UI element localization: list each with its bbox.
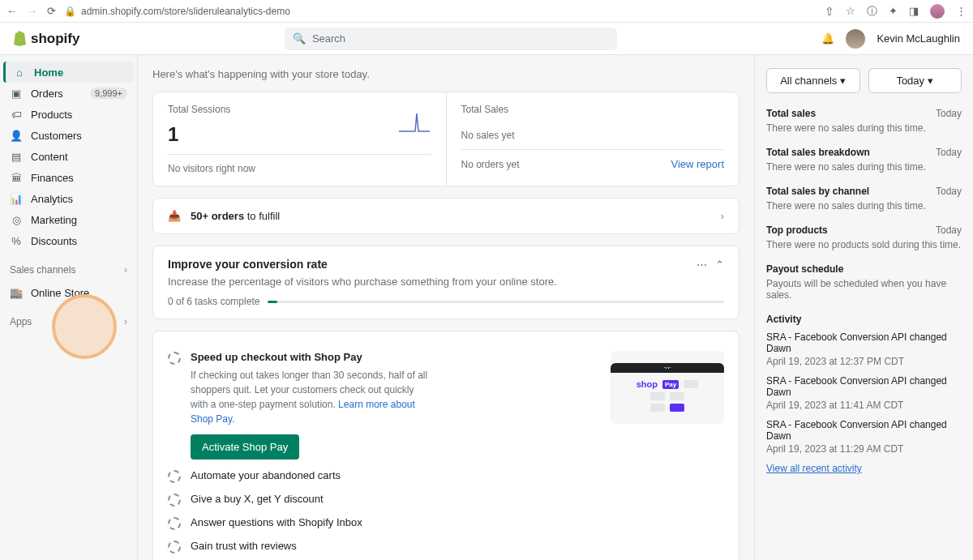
more-icon[interactable]: ⋯ bbox=[697, 259, 707, 271]
activity-item: SRA - Facebook Conversion API changed Da… bbox=[766, 375, 962, 411]
progress-bar bbox=[268, 301, 724, 303]
main-content: Here's what's happening with your store … bbox=[138, 55, 754, 560]
orders-icon: ▣ bbox=[10, 87, 23, 100]
task-checkbox[interactable] bbox=[168, 517, 181, 530]
sidebar-item-customers[interactable]: 👤Customers bbox=[0, 125, 137, 146]
improve-desc: Increase the percentage of visitors who … bbox=[168, 276, 724, 288]
right-panel: All channels ▾ Today ▾ Total salesTodayT… bbox=[754, 55, 973, 560]
sidebar-item-analytics[interactable]: 📊Analytics bbox=[0, 188, 137, 209]
rp-breakdown: Total sales breakdownTodayThere were no … bbox=[766, 147, 962, 173]
improve-card: Improve your conversion rate ⋯ ⌃ Increas… bbox=[152, 246, 739, 319]
sidebar-section-sales[interactable]: Sales channels› bbox=[0, 258, 137, 282]
search-icon: 🔍 bbox=[293, 32, 306, 45]
activity-item: SRA - Facebook Conversion API changed Da… bbox=[766, 419, 962, 455]
chart-icon: 📊 bbox=[10, 192, 23, 205]
progress-text: 0 of 6 tasks complete bbox=[168, 296, 259, 307]
back-icon[interactable]: ← bbox=[6, 5, 17, 17]
star-icon[interactable]: ☆ bbox=[846, 5, 855, 17]
app-top-bar: shopify 🔍 Search 🔔 Kevin McLaughlin bbox=[0, 23, 973, 55]
task-checkbox[interactable] bbox=[168, 470, 181, 483]
kebab-icon[interactable]: ⋮ bbox=[956, 5, 967, 17]
target-icon: ◎ bbox=[10, 213, 23, 226]
task-checkbox[interactable] bbox=[168, 541, 181, 554]
sidebar-item-marketing[interactable]: ◎Marketing bbox=[0, 209, 137, 230]
lock-icon: 🔒 bbox=[64, 6, 76, 17]
discount-icon: % bbox=[10, 234, 23, 247]
task-checkbox[interactable] bbox=[168, 494, 181, 507]
forward-icon[interactable]: → bbox=[27, 5, 37, 17]
caret-down-icon: ▾ bbox=[840, 75, 846, 87]
sidebar-item-discounts[interactable]: %Discounts bbox=[0, 230, 137, 251]
user-name[interactable]: Kevin McLaughlin bbox=[877, 32, 960, 45]
shop-pay-illustration: 〰 shopPay bbox=[611, 351, 724, 424]
orders-badge: 9,999+ bbox=[90, 88, 127, 99]
sessions-value: 1 bbox=[168, 123, 431, 146]
greeting-text: Here's what's happening with your store … bbox=[152, 68, 739, 80]
sessions-sparkline bbox=[397, 109, 431, 135]
chevron-right-icon: › bbox=[124, 264, 127, 276]
sidebar: ⌂Home ▣Orders9,999+ 🏷Products 👤Customers… bbox=[0, 55, 138, 560]
sidebar-item-online-store[interactable]: 🏬Online Store bbox=[0, 282, 137, 303]
task-row[interactable]: Answer questions with Shopify Inbox bbox=[168, 511, 724, 535]
share-icon[interactable]: ⇧ bbox=[825, 5, 834, 18]
rp-activity: Activity SRA - Facebook Conversion API c… bbox=[766, 314, 962, 474]
view-report-link[interactable]: View report bbox=[671, 158, 724, 170]
task-checkbox[interactable] bbox=[168, 352, 181, 365]
content-icon: ▤ bbox=[10, 150, 23, 163]
caret-down-icon: ▾ bbox=[928, 75, 933, 87]
stats-card: Total Sessions 1 No visitors right now T… bbox=[152, 92, 739, 186]
chevron-right-icon: › bbox=[124, 316, 127, 327]
info-icon[interactable]: ⓘ bbox=[867, 4, 877, 19]
rp-top-products: Top productsTodayThere were no products … bbox=[766, 224, 962, 250]
shopify-logo[interactable]: shopify bbox=[13, 31, 79, 47]
task-row[interactable]: Automate your abandoned carts bbox=[168, 464, 724, 488]
chevron-up-icon[interactable]: ⌃ bbox=[715, 259, 724, 271]
date-filter[interactable]: Today ▾ bbox=[868, 68, 962, 93]
person-icon: 👤 bbox=[10, 129, 23, 142]
sidebar-item-products[interactable]: 🏷Products bbox=[0, 104, 137, 125]
rp-total-sales: Total salesTodayThere were no sales duri… bbox=[766, 108, 962, 134]
browser-chrome-bar: ← → ⟳ 🔒 admin.shopify.com/store/sliderul… bbox=[0, 0, 973, 23]
store-icon: 🏬 bbox=[10, 286, 23, 299]
panel-icon[interactable]: ◨ bbox=[909, 5, 919, 17]
task-desc: If checking out takes longer than 30 sec… bbox=[191, 368, 434, 426]
extension-icon[interactable]: ✦ bbox=[889, 5, 898, 17]
sidebar-item-home[interactable]: ⌂Home bbox=[3, 62, 134, 83]
channels-filter[interactable]: All channels ▾ bbox=[766, 68, 860, 93]
user-avatar[interactable] bbox=[846, 29, 865, 49]
bank-icon: 🏛 bbox=[10, 171, 23, 184]
browser-profile-avatar[interactable] bbox=[930, 4, 945, 19]
task-row[interactable]: Speed up checkout with Shop Pay If check… bbox=[168, 346, 724, 464]
activity-item: SRA - Facebook Conversion API changed Da… bbox=[766, 331, 962, 367]
sessions-label: Total Sessions bbox=[168, 104, 431, 115]
inbox-icon: 📥 bbox=[168, 210, 181, 222]
task-row[interactable]: Gain trust with reviews bbox=[168, 535, 724, 558]
url-text: admin.shopify.com/store/slideruleanalyti… bbox=[81, 6, 290, 17]
bell-icon[interactable]: 🔔 bbox=[821, 32, 834, 45]
rp-payout: Payout schedulePayouts will be scheduled… bbox=[766, 263, 962, 301]
task-row[interactable]: Give a buy X, get Y discount bbox=[168, 488, 724, 511]
sales-empty: No sales yet bbox=[461, 130, 725, 141]
tag-icon: 🏷 bbox=[10, 108, 23, 121]
sidebar-section-apps[interactable]: Apps› bbox=[0, 310, 137, 334]
rp-by-channel: Total sales by channelTodayThere were no… bbox=[766, 186, 962, 212]
task-title: Speed up checkout with Shop Pay bbox=[191, 351, 601, 363]
activate-shop-pay-button[interactable]: Activate Shop Pay bbox=[191, 434, 299, 460]
view-all-activity-link[interactable]: View all recent activity bbox=[766, 463, 962, 474]
sidebar-item-orders[interactable]: ▣Orders9,999+ bbox=[0, 83, 137, 104]
improve-title: Improve your conversion rate bbox=[168, 258, 688, 271]
chevron-right-icon: › bbox=[721, 210, 724, 222]
fulfill-card[interactable]: 📥 50+ orders to fulfill › bbox=[152, 198, 739, 234]
tasks-card: Speed up checkout with Shop Pay If check… bbox=[152, 331, 739, 560]
orders-empty: No orders yet bbox=[461, 159, 520, 170]
sales-label: Total Sales bbox=[461, 104, 725, 115]
reload-icon[interactable]: ⟳ bbox=[47, 5, 56, 17]
sidebar-item-content[interactable]: ▤Content bbox=[0, 146, 137, 167]
search-input[interactable]: 🔍 Search bbox=[285, 28, 617, 50]
sidebar-item-finances[interactable]: 🏛Finances bbox=[0, 167, 137, 188]
sessions-sub: No visitors right now bbox=[168, 163, 431, 174]
home-icon: ⌂ bbox=[13, 66, 26, 79]
